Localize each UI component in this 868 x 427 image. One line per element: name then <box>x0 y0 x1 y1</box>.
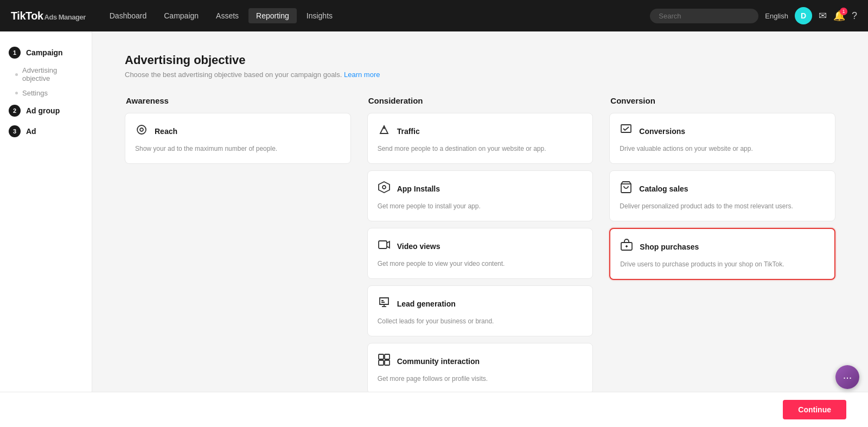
nav-campaign[interactable]: Campaign <box>156 8 206 23</box>
step-number-1: 1 <box>9 47 21 59</box>
conversions-icon <box>620 123 633 139</box>
step-label-adgroup: Ad group <box>26 106 60 115</box>
card-catalog-sales-header: Catalog sales <box>620 181 825 197</box>
card-reach-title: Reach <box>155 127 177 136</box>
card-app-installs[interactable]: App Installs Get more people to install … <box>367 170 593 221</box>
sub-dot <box>15 92 18 94</box>
language-selector[interactable]: English <box>765 12 788 20</box>
svg-rect-10 <box>385 360 390 365</box>
card-community-interaction-title: Community interaction <box>397 357 480 366</box>
card-community-interaction[interactable]: Community interaction Get more page foll… <box>367 343 593 394</box>
sidebar-sub-label-settings: Settings <box>22 89 48 97</box>
shop-purchases-icon <box>620 239 633 255</box>
learn-more-link[interactable]: Learn more <box>344 71 380 79</box>
community-interaction-icon <box>378 353 391 369</box>
card-catalog-sales-title: Catalog sales <box>639 184 688 193</box>
svg-rect-11 <box>621 125 631 132</box>
card-catalog-sales-desc: Deliver personalized product ads to the … <box>620 201 825 211</box>
card-community-interaction-desc: Get more page follows or profile visits. <box>378 374 583 384</box>
sidebar-step-campaign: 1 Campaign <box>0 42 92 63</box>
card-shop-purchases-header: Shop purchases <box>620 239 825 255</box>
card-lead-generation-header: Lead generation <box>378 296 583 312</box>
sidebar-item-settings[interactable]: Settings <box>0 86 92 100</box>
card-reach-desc: Show your ad to the maximum number of pe… <box>135 144 341 154</box>
svg-rect-8 <box>385 354 390 359</box>
svg-rect-9 <box>379 360 384 365</box>
card-app-installs-header: App Installs <box>378 181 583 197</box>
nav-assets[interactable]: Assets <box>208 8 246 23</box>
card-lead-generation-title: Lead generation <box>397 299 456 308</box>
consideration-header: Consideration <box>367 96 593 105</box>
avatar[interactable]: D <box>795 7 812 24</box>
card-video-views-desc: Get more people to view your video conte… <box>378 259 583 269</box>
card-traffic-title: Traffic <box>397 127 420 136</box>
nav-dashboard[interactable]: Dashboard <box>102 8 155 23</box>
page-wrapper: 1 Campaign Advertising objective Setting… <box>0 0 868 427</box>
lead-generation-icon <box>378 296 391 312</box>
card-lead-generation[interactable]: Lead generation Collect leads for your b… <box>367 285 593 336</box>
card-community-interaction-header: Community interaction <box>378 353 583 369</box>
sidebar-item-advertising-objective[interactable]: Advertising objective <box>0 63 92 86</box>
card-video-views-title: Video views <box>397 242 441 251</box>
main-content: Advertising objective Choose the best ad… <box>92 31 868 427</box>
ads-manager-label: Ads Manager <box>44 13 86 21</box>
nav-insights[interactable]: Insights <box>299 8 340 23</box>
card-traffic-desc: Send more people to a destination on you… <box>378 144 583 154</box>
reach-icon <box>135 123 148 139</box>
notification-badge: 1 <box>840 8 847 15</box>
awareness-header: Awareness <box>125 96 351 105</box>
card-conversions-title: Conversions <box>639 127 685 136</box>
svg-point-1 <box>140 128 143 131</box>
conversion-header: Conversion <box>609 96 835 105</box>
sidebar-step-adgroup: 2 Ad group <box>0 100 92 121</box>
card-lead-generation-desc: Collect leads for your business or brand… <box>378 316 583 326</box>
video-views-icon <box>378 238 391 254</box>
nav-right: English D ✉ 🔔 1 ? <box>650 7 857 24</box>
card-conversions-header: Conversions <box>620 123 825 139</box>
chat-icon: ··· <box>843 371 852 384</box>
page-title: Advertising objective <box>125 53 835 67</box>
nav-reporting[interactable]: Reporting <box>248 8 297 23</box>
card-conversions-desc: Drive valuable actions on your website o… <box>620 144 825 154</box>
svg-point-5 <box>382 186 386 189</box>
page-subtitle: Choose the best advertising objective ba… <box>125 71 835 79</box>
catalog-sales-icon <box>620 181 633 197</box>
consideration-column: Consideration Traffic <box>367 96 593 394</box>
card-shop-purchases-title: Shop purchases <box>640 243 699 251</box>
search-input[interactable] <box>650 9 758 23</box>
logo-area: TikTokAds Manager <box>11 10 86 22</box>
card-reach-header: Reach <box>135 123 341 139</box>
app-installs-icon <box>378 181 391 197</box>
svg-rect-7 <box>379 354 384 359</box>
sidebar-sub-label-advertising-objective: Advertising objective <box>22 66 83 82</box>
traffic-icon <box>378 123 391 139</box>
card-reach[interactable]: Reach Show your ad to the maximum number… <box>125 113 351 164</box>
card-app-installs-title: App Installs <box>397 184 440 193</box>
chat-button[interactable]: ··· <box>835 365 859 389</box>
step-label-ad: Ad <box>26 127 36 136</box>
conversion-cards: Conversions Drive valuable actions on yo… <box>609 113 835 280</box>
objectives-layout: Awareness Reach <box>125 96 835 394</box>
card-app-installs-desc: Get more people to install your app. <box>378 201 583 211</box>
continue-button[interactable]: Continue <box>783 400 846 419</box>
help-icon[interactable]: ? <box>852 10 857 22</box>
tiktok-logo: TikTokAds Manager <box>11 10 86 22</box>
consideration-cards: Traffic Send more people to a destinatio… <box>367 113 593 394</box>
sidebar-step-ad: 3 Ad <box>0 121 92 142</box>
card-traffic[interactable]: Traffic Send more people to a destinatio… <box>367 113 593 164</box>
svg-marker-4 <box>379 182 390 193</box>
card-catalog-sales[interactable]: Catalog sales Deliver personalized produ… <box>609 170 835 221</box>
card-video-views[interactable]: Video views Get more people to view your… <box>367 228 593 279</box>
card-conversions[interactable]: Conversions Drive valuable actions on yo… <box>609 113 835 164</box>
messages-icon[interactable]: ✉ <box>819 10 827 22</box>
step-label-campaign: Campaign <box>26 48 63 57</box>
card-shop-purchases-desc: Drive users to purchase products in your… <box>620 259 825 269</box>
notifications-icon[interactable]: 🔔 1 <box>833 10 845 22</box>
card-shop-purchases[interactable]: Shop purchases Drive users to purchase p… <box>609 228 835 280</box>
step-number-3: 3 <box>9 125 21 137</box>
sidebar: 1 Campaign Advertising objective Setting… <box>0 31 92 427</box>
card-video-views-header: Video views <box>378 238 583 254</box>
awareness-column: Awareness Reach <box>125 96 351 394</box>
top-navigation: TikTokAds Manager Dashboard Campaign Ass… <box>0 0 868 31</box>
step-number-2: 2 <box>9 105 21 117</box>
